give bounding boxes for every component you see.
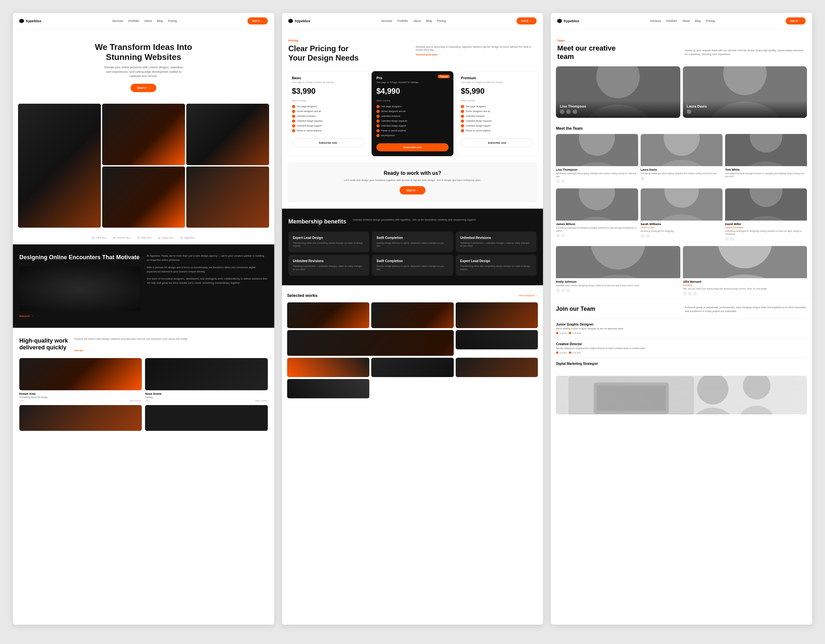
david-si-2[interactable] xyxy=(730,237,734,241)
jillis-si-3[interactable] xyxy=(693,292,697,296)
dark-cta-link[interactable]: Discover → xyxy=(19,314,34,317)
work-card-sub-1: Something about the design... xyxy=(19,396,142,398)
emily-si-3[interactable] xyxy=(566,288,570,293)
cta-button[interactable]: Start it → xyxy=(400,186,425,194)
featured-members: Lisa Thompson Laur xyxy=(551,66,812,123)
team-card-lisa: Lisa Thompson Something meaningful about… xyxy=(556,134,638,183)
hero-cta-button[interactable]: Start it → xyxy=(131,84,156,92)
nav-p-1[interactable]: Services xyxy=(381,19,392,23)
benefits-grid: Expert Lead Design Transforming ideas in… xyxy=(289,231,537,276)
basic-feature-5: Unlimited design support xyxy=(292,124,364,128)
job-tag-2-2: ⬤ Full-time xyxy=(569,351,581,354)
logo-pricing[interactable]: hypeblox xyxy=(289,18,311,23)
nav-cta-pricing[interactable]: Get it → xyxy=(517,17,537,25)
premium-cta[interactable]: Subscribe now xyxy=(461,139,533,147)
team-grid-row3: Emily Johnson hypeBlox team member desig… xyxy=(551,246,812,299)
premium-desc: One page or 5-Pager included for startup… xyxy=(461,81,533,83)
emily-si-2[interactable] xyxy=(561,288,565,293)
job-tag-1-1: ⬤ 5 years xyxy=(556,332,567,334)
james-si-2[interactable] xyxy=(561,234,565,238)
nav-link-3[interactable]: About xyxy=(144,19,152,23)
pro-desc: One page or 5-Pager included for startup… xyxy=(376,81,449,83)
nav-t-5[interactable]: Pricing xyxy=(706,19,715,23)
pro-price: $4,990 xyxy=(376,86,449,96)
join-title: Join our Team xyxy=(556,305,678,312)
premium-feature-1: Two page designers xyxy=(461,105,533,108)
basic-cta[interactable]: Subscribe now xyxy=(292,139,364,147)
work-see-all[interactable]: See all → xyxy=(74,349,86,352)
dark-section-right: At hypeblox Thalia, we're more than just… xyxy=(147,254,267,318)
jillis-si-2[interactable] xyxy=(688,292,692,296)
nav-link-5[interactable]: Pricing xyxy=(168,19,177,23)
jillis-si-1[interactable] xyxy=(683,292,687,296)
pro-feature-4: Unlimited design requests xyxy=(376,119,449,123)
nav-t-1[interactable]: Services xyxy=(650,19,661,23)
featured-member-lisa: Lisa Thompson xyxy=(556,66,680,118)
work-img-grid-2 xyxy=(371,302,454,328)
sarah-si-2[interactable] xyxy=(646,234,650,238)
svg-point-9 xyxy=(97,285,104,292)
lisa-card-svg xyxy=(556,134,638,166)
nav-p-4[interactable]: Blog xyxy=(426,19,432,23)
svg-point-0 xyxy=(54,289,106,305)
sarah-si-1[interactable] xyxy=(641,234,644,238)
lisa-si-2[interactable] xyxy=(561,179,565,183)
emily-si-1[interactable] xyxy=(556,288,560,293)
page-home: hypeblox Start it → Services Portfolio A… xyxy=(13,13,274,625)
nav-t-3[interactable]: About xyxy=(682,19,690,23)
nav-link-2[interactable]: Portfolio xyxy=(128,19,139,23)
job-desc-1: We're seeking a junior Graphic Designer … xyxy=(556,328,807,330)
sarah-card-name: Sarah Williams xyxy=(641,222,723,226)
laura-si-1[interactable] xyxy=(641,176,644,180)
svg-point-8 xyxy=(88,293,97,304)
cta-title: Ready to work with us? xyxy=(295,170,530,176)
hero-image-1 xyxy=(18,104,101,228)
lisa-social-1[interactable] xyxy=(560,109,564,114)
nav-cta-team[interactable]: Get it → xyxy=(786,17,806,25)
nav-cta-button[interactable]: Get it → xyxy=(247,17,268,25)
nav-p-2[interactable]: Portfolio xyxy=(397,19,408,23)
lisa-social-2[interactable] xyxy=(566,109,571,114)
works-link[interactable]: More projects → xyxy=(519,294,538,297)
laura-social-1[interactable] xyxy=(687,109,691,114)
basic-feature-3: Unlimited revisions xyxy=(292,115,364,118)
premium-name: Premium xyxy=(461,76,533,80)
work-img-grid-3 xyxy=(456,302,538,328)
job-tag-2-1: ⬤ 5 years xyxy=(556,351,567,354)
nav-t-4[interactable]: Blog xyxy=(695,19,701,23)
lisa-social-3[interactable] xyxy=(573,109,577,114)
logo-icon-pricing xyxy=(289,18,293,23)
nav-link-1[interactable]: Services xyxy=(112,19,124,23)
nav-home: hypeblox Start it → Services Portfolio A… xyxy=(13,13,274,29)
dark-section-content: Designing Online Encounters That Motivat… xyxy=(19,254,268,318)
lisa-name: Lisa Thompson xyxy=(560,104,676,108)
lisa-card-desc: Something meaningful about styling, webs… xyxy=(556,172,638,178)
james-si-1[interactable] xyxy=(556,234,560,238)
david-si-1[interactable] xyxy=(725,237,729,241)
jillis-card-social xyxy=(683,292,807,296)
laura-card-social xyxy=(641,176,723,180)
david-card-desc: Something meaningful for designing creat… xyxy=(725,230,807,236)
pro-cta[interactable]: Subscribe now xyxy=(376,143,449,151)
basic-billing: Billed monthly xyxy=(292,100,364,102)
logo-team[interactable]: hypeblox xyxy=(557,18,579,23)
team-header-content: Meet our creative team Speed up your web… xyxy=(557,44,806,61)
team-label: Team xyxy=(557,39,806,42)
brand-item-2: Premier Box xyxy=(113,236,131,239)
svg-point-4 xyxy=(68,290,79,304)
nav-p-3[interactable]: About xyxy=(413,19,421,23)
nav-p-5[interactable]: Pricing xyxy=(437,19,446,23)
job-tags-1: ⬤ 5 years ⬤ Full-time xyxy=(556,332,807,334)
work-img-grid-4 xyxy=(287,330,454,356)
hero-image-inner-5 xyxy=(186,166,269,228)
laura-card-name: Laura Davis xyxy=(641,168,723,171)
nav-t-2[interactable]: Portfolio xyxy=(666,19,677,23)
nav-link-4[interactable]: Blog xyxy=(157,19,163,23)
hero-title: We Transform Ideas Into Stunning Website… xyxy=(23,42,264,62)
logo[interactable]: hypeblox xyxy=(19,18,41,23)
pro-feature-5: Unlimited design support xyxy=(376,124,449,128)
lisa-si-1[interactable] xyxy=(556,179,560,183)
pricing-choose[interactable]: Choose your plan → xyxy=(416,53,536,56)
premium-billing: Billed monthly xyxy=(461,100,533,102)
featured-member-laura: Laura Davis xyxy=(683,66,807,118)
